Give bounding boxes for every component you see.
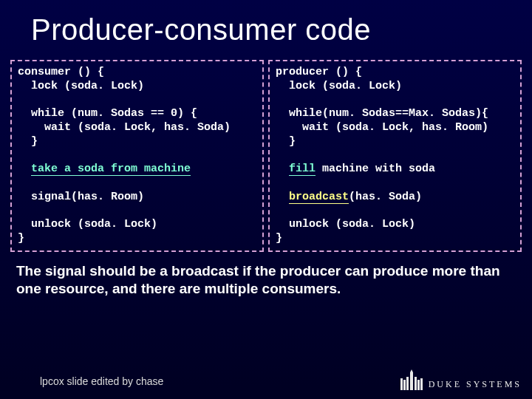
caption-text: The signal should be a broadcast if the … (16, 262, 516, 298)
svg-rect-0 (400, 378, 403, 390)
code-indent (18, 163, 31, 175)
code-line: lock (soda. Lock) (276, 80, 402, 92)
code-line: lock (soda. Lock) (18, 80, 144, 92)
highlight-take: take a soda from machine (31, 163, 191, 176)
code-line: consumer () { (18, 66, 104, 78)
code-indent (276, 191, 289, 203)
code-text: machine with soda (316, 163, 435, 175)
svg-rect-5 (417, 380, 420, 390)
code-line: wait (soda. Lock, has. Room) (276, 121, 488, 134)
footer-logo: Duke Systems (399, 369, 522, 390)
svg-rect-6 (420, 378, 423, 390)
code-line: while (num. Sodas == 0) { (18, 107, 197, 120)
code-line: unlock (soda. Lock) (18, 218, 157, 231)
producer-code-box: producer () { lock (soda. Lock) while(nu… (268, 60, 522, 252)
code-line: signal(has. Room) (18, 191, 144, 203)
code-line: producer () { (276, 66, 362, 78)
svg-rect-1 (403, 380, 406, 390)
svg-marker-7 (410, 369, 413, 372)
highlight-fill: fill (289, 163, 316, 176)
svg-rect-2 (406, 377, 409, 390)
code-line: } (276, 135, 296, 148)
code-text: (has. Soda) (349, 191, 422, 203)
code-line: } (18, 232, 24, 245)
code-line: } (276, 232, 282, 245)
duke-chapel-icon (399, 369, 424, 390)
footer-credit: lpcox slide edited by chase (40, 375, 163, 387)
code-line: wait (soda. Lock, has. Soda) (18, 121, 231, 134)
slide-title: Producer-consumer code (0, 0, 532, 47)
code-line: } (18, 135, 38, 148)
code-indent (276, 163, 289, 175)
svg-rect-3 (410, 372, 413, 390)
code-line: unlock (soda. Lock) (276, 218, 415, 231)
code-container: consumer () { lock (soda. Lock) while (n… (10, 60, 522, 252)
code-line: while(num. Sodas==Max. Sodas){ (276, 107, 488, 120)
highlight-broadcast: broadcast (289, 191, 349, 204)
svg-rect-4 (415, 377, 417, 390)
consumer-code-box: consumer () { lock (soda. Lock) while (n… (10, 60, 264, 252)
footer-logo-text: Duke Systems (429, 379, 522, 390)
